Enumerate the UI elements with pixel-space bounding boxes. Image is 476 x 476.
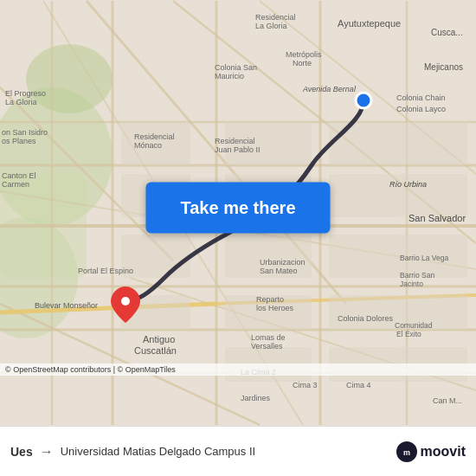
svg-text:Jacinto: Jacinto: [400, 280, 423, 288]
svg-rect-31: [329, 235, 398, 278]
svg-text:Lomas de: Lomas de: [251, 333, 286, 342]
svg-text:Canton El: Canton El: [2, 171, 36, 180]
svg-text:Norte: Norte: [293, 59, 312, 68]
svg-rect-35: [398, 122, 467, 165]
svg-text:Barrio San: Barrio San: [400, 271, 434, 280]
svg-text:La Gloria: La Gloria: [5, 98, 37, 106]
svg-text:El Progreso: El Progreso: [5, 89, 46, 98]
svg-text:Portal El Espino: Portal El Espino: [78, 267, 133, 275]
svg-text:m: m: [403, 448, 410, 457]
svg-text:os Planes: os Planes: [2, 137, 36, 145]
map-attribution: © OpenStreetMap contributors | © OpenMap…: [0, 363, 476, 376]
svg-text:Versalles: Versalles: [251, 342, 283, 351]
svg-text:Colonia San: Colonia San: [215, 63, 257, 72]
svg-text:Colonia Dolores: Colonia Dolores: [338, 314, 394, 323]
route-from-label: Ues: [10, 445, 33, 459]
svg-text:San Salvador: San Salvador: [408, 213, 466, 223]
bottom-bar: Ues → Universidad Matias Delgado Campus …: [0, 426, 476, 476]
svg-text:Residencial: Residencial: [255, 13, 296, 22]
svg-text:Bulevar Monseñor: Bulevar Monseñor: [35, 301, 98, 310]
moovit-logo: m moovit: [396, 441, 466, 462]
svg-point-92: [121, 297, 130, 306]
svg-text:Metrópolis: Metrópolis: [286, 50, 322, 59]
svg-text:los Heroes: los Heroes: [256, 304, 294, 312]
svg-text:Reparto: Reparto: [256, 295, 284, 304]
route-arrow-icon: →: [40, 444, 54, 460]
svg-text:El Éxito: El Éxito: [396, 330, 421, 338]
svg-text:Residencial: Residencial: [134, 132, 175, 141]
svg-text:Cusca...: Cusca...: [431, 28, 463, 37]
svg-text:La Gloria: La Gloria: [255, 22, 287, 30]
svg-rect-40: [329, 295, 398, 330]
svg-text:Cima 4: Cima 4: [346, 381, 371, 389]
app: Ayutuxtepeque Residencial La Gloria Metr…: [0, 0, 476, 476]
map-container: Ayutuxtepeque Residencial La Gloria Metr…: [0, 0, 476, 426]
svg-text:Colonia Layco: Colonia Layco: [396, 105, 446, 113]
svg-text:Urbanizacion: Urbanizacion: [260, 258, 306, 267]
svg-text:Comunidad: Comunidad: [395, 321, 433, 330]
svg-text:Cuscatlán: Cuscatlán: [134, 345, 177, 356]
svg-text:Colonia Chain: Colonia Chain: [396, 93, 446, 102]
svg-text:Mónaco: Mónaco: [134, 141, 162, 150]
svg-text:San Mateo: San Mateo: [260, 267, 298, 275]
svg-point-90: [356, 93, 371, 108]
svg-text:Cima 3: Cima 3: [293, 381, 318, 389]
svg-text:Río Urbina: Río Urbina: [389, 180, 427, 189]
route-to-label: Universidad Matias Delgado Campus II: [61, 445, 396, 458]
svg-text:Residencial: Residencial: [215, 137, 255, 145]
svg-text:Jardines: Jardines: [241, 394, 271, 402]
svg-text:Juan Pablo II: Juan Pablo II: [215, 145, 261, 154]
svg-text:Can M...: Can M...: [433, 396, 462, 405]
moovit-brand-text: moovit: [421, 444, 466, 460]
svg-text:Barrio La Vega: Barrio La Vega: [400, 254, 449, 262]
svg-text:Avenida Bernal: Avenida Bernal: [302, 85, 357, 93]
svg-text:Mejicanos: Mejicanos: [424, 62, 463, 72]
svg-text:Antiguo: Antiguo: [143, 334, 175, 344]
svg-point-4: [26, 44, 113, 113]
svg-text:Carmen: Carmen: [2, 180, 29, 189]
svg-text:on San Isidro: on San Isidro: [2, 128, 48, 137]
button-overlay: Take me there: [145, 183, 330, 234]
svg-rect-30: [329, 174, 398, 217]
take-me-there-button[interactable]: Take me there: [145, 183, 330, 234]
svg-rect-34: [329, 122, 398, 165]
svg-text:Mauricio: Mauricio: [215, 72, 244, 80]
svg-text:Ayutuxtepeque: Ayutuxtepeque: [338, 18, 401, 29]
attribution-text: © OpenStreetMap contributors | © OpenMap…: [5, 365, 176, 374]
moovit-icon: m: [396, 441, 417, 462]
